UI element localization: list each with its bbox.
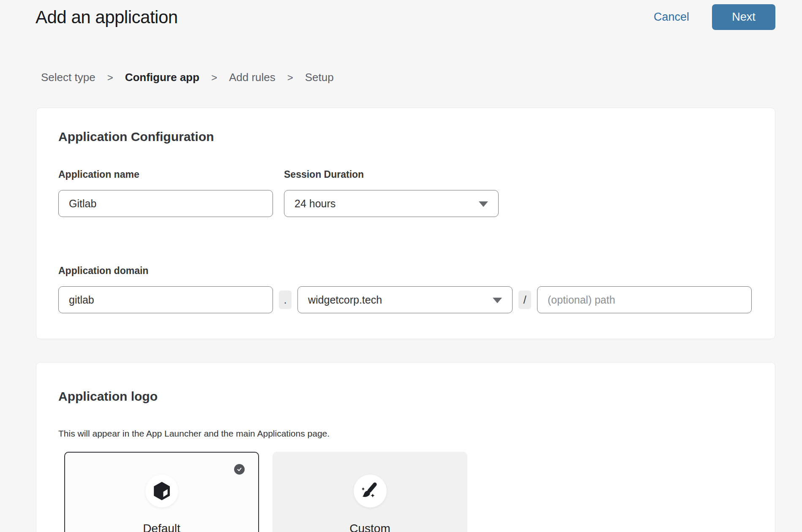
logo-option-label: Default — [65, 522, 258, 532]
custom-logo-circle — [354, 475, 387, 508]
logo-option-label: Custom — [273, 522, 466, 532]
session-duration-value: 24 hours — [295, 198, 336, 210]
header-actions: Cancel Next — [651, 4, 775, 30]
application-name-field-group: Application name — [58, 169, 273, 217]
name-session-row: Application name Session Duration 24 hou… — [58, 169, 753, 217]
default-logo-circle — [145, 475, 178, 508]
application-domain-field-group: Application domain . widgetcorp.tech / — [58, 265, 753, 313]
breadcrumb-separator: > — [287, 72, 293, 84]
application-configuration-title: Application Configuration — [58, 129, 753, 144]
paintbrush-icon — [360, 481, 380, 501]
slash-separator: / — [518, 290, 531, 309]
session-duration-label: Session Duration — [284, 169, 499, 180]
application-name-label: Application name — [58, 169, 273, 180]
logo-options-row: Default Custom — [64, 452, 753, 532]
domain-select-value: widgetcorp.tech — [308, 294, 382, 306]
breadcrumb-step-configure-app[interactable]: Configure app — [125, 71, 199, 84]
application-name-input[interactable] — [58, 190, 273, 217]
dot-separator: . — [279, 290, 292, 309]
application-logo-description: This will appear in the App Launcher and… — [58, 429, 753, 439]
next-button[interactable]: Next — [712, 4, 775, 30]
cancel-button[interactable]: Cancel — [651, 10, 692, 24]
breadcrumb-step-add-rules[interactable]: Add rules — [229, 71, 276, 84]
application-logo-title: Application logo — [58, 389, 753, 404]
logo-option-custom[interactable]: Custom — [273, 452, 467, 532]
check-icon — [236, 466, 243, 472]
session-duration-field-group: Session Duration 24 hours — [284, 169, 499, 217]
chevron-down-icon — [479, 201, 488, 207]
breadcrumb: Select type > Configure app > Add rules … — [41, 71, 334, 84]
application-domain-row: . widgetcorp.tech / — [58, 286, 753, 313]
session-duration-select[interactable]: 24 hours — [284, 190, 499, 217]
breadcrumb-separator: > — [211, 72, 217, 84]
cube-icon — [152, 481, 172, 501]
application-logo-card: Application logo This will appear in the… — [36, 362, 775, 532]
breadcrumb-step-setup[interactable]: Setup — [305, 71, 334, 84]
breadcrumb-step-select-type[interactable]: Select type — [41, 71, 95, 84]
application-configuration-card: Application Configuration Application na… — [36, 108, 775, 339]
page-title: Add an application — [35, 5, 178, 30]
path-input[interactable] — [537, 286, 752, 313]
subdomain-input[interactable] — [58, 286, 273, 313]
logo-option-default[interactable]: Default — [64, 452, 259, 532]
selected-check-badge — [234, 464, 245, 475]
domain-select[interactable]: widgetcorp.tech — [297, 286, 513, 313]
breadcrumb-separator: > — [107, 72, 113, 84]
application-domain-label: Application domain — [58, 265, 753, 277]
chevron-down-icon — [493, 298, 502, 303]
page-header: Add an application Cancel Next — [35, 4, 775, 30]
